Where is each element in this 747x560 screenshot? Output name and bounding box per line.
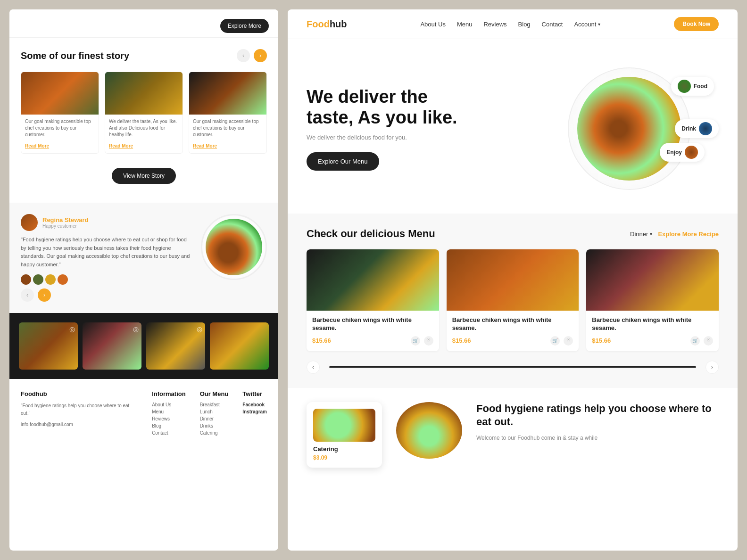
story-prev-arrow[interactable]: ‹: [237, 49, 250, 62]
cart-icon-1[interactable]: 🛒: [411, 336, 420, 346]
hero-subtitle: We deliver the delicious food for you.: [307, 134, 457, 141]
hygiene-content: Food hygiene ratings help you choose whe…: [476, 402, 719, 443]
book-now-button[interactable]: Book Now: [674, 17, 719, 31]
story-card-body-1: Our goal making accessible top chef crea…: [21, 115, 99, 153]
nav-contact[interactable]: Contact: [542, 21, 563, 28]
menu-card-actions-3: 🛒 ♡: [690, 336, 713, 346]
testimonial-nav: ‹ ›: [21, 288, 191, 302]
finest-story-section: Some of our finest story ‹ › Our goal ma…: [9, 38, 278, 203]
cart-icon-2[interactable]: 🛒: [550, 336, 560, 346]
nav-about-us[interactable]: About Us: [420, 21, 445, 28]
left-panel: Explore More Some of our finest story ‹ …: [9, 9, 278, 551]
menu-card-title-2: Barbecue chiken wings with white sesame.: [452, 316, 573, 332]
view-more-wrap: View More Story: [21, 163, 267, 193]
footer-link-blog[interactable]: Blog: [152, 423, 186, 428]
hero-title: We deliver the taste, As you like.: [307, 87, 457, 128]
small-avatar-4: [58, 274, 68, 285]
testimonial-section: Regina Steward Happy customer "Food hygi…: [9, 203, 278, 313]
footer-link-reviews[interactable]: Reviews: [152, 416, 186, 421]
nav-blog[interactable]: Blog: [518, 21, 531, 28]
menu-prev-arrow[interactable]: ‹: [307, 361, 320, 374]
brand-logo: Foodhub: [307, 19, 347, 30]
story-card-img-3: [189, 72, 266, 115]
read-more-3[interactable]: Read More: [193, 143, 217, 148]
menu-section-title: Check our delicious Menu: [307, 228, 435, 240]
instagram-item-3[interactable]: ◎: [146, 322, 205, 370]
tag-drink-label: Drink: [681, 125, 696, 132]
explore-menu-button[interactable]: Explore Our Menu: [307, 152, 379, 171]
footer-brand-col: Foodhub "Food hygiene ratings help you c…: [21, 390, 138, 437]
read-more-1[interactable]: Read More: [25, 143, 49, 148]
navbar: Foodhub About Us Menu Reviews Blog Conta…: [288, 9, 738, 39]
cart-icon-3[interactable]: 🛒: [690, 336, 700, 346]
menu-card-price-3: $15.66: [592, 337, 611, 344]
menu-card-body-1: Barbecue chiken wings with white sesame.…: [307, 311, 439, 351]
tag-food-icon: [678, 80, 691, 93]
story-card-text-3: Our goal making accessible top chef crea…: [193, 118, 263, 138]
hero-plate-food: [577, 77, 681, 181]
footer-link-instagram[interactable]: Instragram: [242, 409, 267, 414]
instagram-icon-3: ◎: [197, 325, 202, 333]
footer-link-contact[interactable]: Contact: [152, 430, 186, 436]
footer-info-title: Information: [152, 390, 186, 397]
testimonial-avatars: [21, 274, 191, 285]
nav-account[interactable]: Account: [574, 21, 600, 28]
story-card-text-1: Our goal making accessible top chef crea…: [25, 118, 95, 138]
menu-header-right: Dinner Explore More Recipe: [630, 231, 719, 238]
menu-card-price-1: $15.66: [312, 337, 331, 344]
menu-card-footer-1: $15.66 🛒 ♡: [312, 336, 433, 346]
author-name: Regina Steward: [42, 216, 89, 223]
heart-icon-3[interactable]: ♡: [704, 336, 713, 346]
story-card-1: Our goal making accessible top chef crea…: [21, 72, 99, 154]
right-panel: Foodhub About Us Menu Reviews Blog Conta…: [288, 9, 738, 551]
testimonial-author: Regina Steward Happy customer: [21, 214, 191, 231]
menu-next-arrow[interactable]: ›: [706, 361, 719, 374]
view-more-story-button[interactable]: View More Story: [112, 168, 176, 184]
menu-card-3: Barbecue chiken wings with white sesame.…: [586, 249, 719, 351]
hygiene-text: Welcome to our Foodhub come in & stay a …: [476, 434, 719, 443]
footer-link-menu[interactable]: Menu: [152, 409, 186, 414]
instagram-icon-2: ◎: [133, 325, 139, 333]
bowl-visual: [396, 402, 462, 459]
footer-section: Foodhub "Food hygiene ratings help you c…: [9, 379, 278, 449]
story-card-body-3: Our goal making accessible top chef crea…: [189, 115, 266, 153]
menu-card-2: Barbecue chiken wings with white sesame.…: [447, 249, 579, 351]
bottom-section: Catering $3.09 Food hygiene ratings help…: [288, 388, 738, 482]
instagram-item-1[interactable]: ◎: [19, 322, 78, 370]
instagram-item-4[interactable]: [210, 322, 269, 370]
story-card-3: Our goal making accessible top chef crea…: [189, 72, 267, 154]
footer-menu-title: Our Menu: [200, 390, 229, 397]
footer-menu-breakfast[interactable]: Breakfast: [200, 402, 229, 407]
menu-card-title-1: Barbecue chiken wings with white sesame.: [312, 316, 433, 332]
brand-food-text: Food: [307, 19, 330, 29]
footer-link-facebook[interactable]: Facebook: [242, 402, 267, 407]
explore-recipe-link[interactable]: Explore More Recipe: [658, 231, 719, 238]
small-avatar-3: [45, 274, 56, 285]
footer-link-aboutus[interactable]: About Us: [152, 402, 186, 407]
testimonial-next-arrow[interactable]: ›: [38, 288, 51, 302]
section-header: Some of our finest story ‹ ›: [21, 49, 267, 62]
story-card-body-2: We deliver the taste, As you like. And a…: [105, 115, 183, 153]
footer-menu-catering[interactable]: Catering: [200, 430, 229, 436]
menu-card-body-2: Barbecue chiken wings with white sesame.…: [447, 311, 579, 351]
menu-card-footer-2: $15.66 🛒 ♡: [452, 336, 573, 346]
footer-menu-drinks[interactable]: Drinks: [200, 423, 229, 428]
footer-menu-lunch[interactable]: Lunch: [200, 409, 229, 414]
tag-food-label: Food: [694, 83, 707, 90]
testimonial-prev-arrow[interactable]: ‹: [21, 288, 34, 302]
tag-enjoy-icon: [685, 146, 698, 159]
heart-icon-1[interactable]: ♡: [424, 336, 433, 346]
heart-icon-2[interactable]: ♡: [564, 336, 573, 346]
read-more-2[interactable]: Read More: [109, 143, 133, 148]
explore-more-button[interactable]: Explore More: [220, 19, 269, 33]
ig-image-4: [210, 322, 269, 370]
nav-reviews[interactable]: Reviews: [483, 21, 506, 28]
story-card-text-2: We deliver the taste, As you like. And a…: [109, 118, 179, 138]
footer-menu-dinner[interactable]: Dinner: [200, 416, 229, 421]
instagram-item-2[interactable]: ◎: [83, 322, 141, 370]
tag-drink-icon: [699, 122, 712, 135]
story-next-arrow[interactable]: ›: [254, 49, 267, 62]
dinner-dropdown[interactable]: Dinner: [630, 231, 652, 238]
nav-menu[interactable]: Menu: [457, 21, 473, 28]
menu-card-body-3: Barbecue chiken wings with white sesame.…: [586, 311, 719, 351]
